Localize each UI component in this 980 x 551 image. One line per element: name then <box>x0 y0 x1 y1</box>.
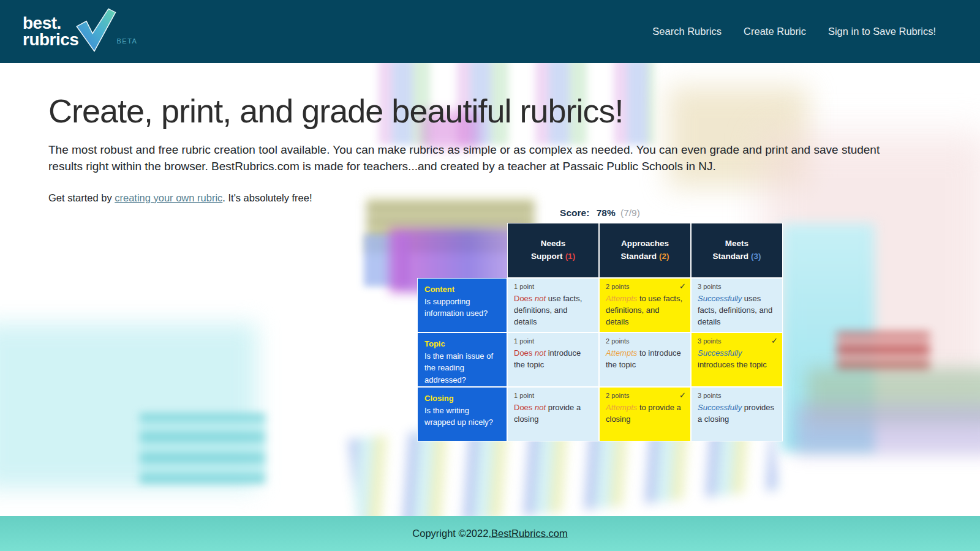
check-icon: ✓ <box>679 390 686 402</box>
hero-section: Create, print, and grade beautiful rubri… <box>0 63 980 516</box>
hero-content: Create, print, and grade beautiful rubri… <box>0 63 980 204</box>
cell-points: 3 points <box>698 391 776 401</box>
score-line: Score: 78% (7/9) <box>417 208 783 219</box>
row-title: Closing <box>424 392 500 405</box>
rubric-cell[interactable]: ✓ 3 points Successfully provides a closi… <box>691 387 783 441</box>
score-value: 78% <box>597 208 616 218</box>
column-title-line2: Support(1) <box>531 250 575 263</box>
rubric-table: Needs Support(1) Approaches Standard(2) … <box>417 223 783 441</box>
rubric-demo: Score: 78% (7/9) Needs Support(1) Approa… <box>417 208 783 441</box>
score-label: Score: <box>560 208 589 218</box>
score-fraction: (7/9) <box>620 208 640 218</box>
cell-description: Does not introduce the topic <box>514 348 592 371</box>
cell-description: Successfully provides a closing <box>698 402 776 425</box>
row-header-topic: Topic Is the main issue of the reading a… <box>417 332 507 387</box>
main-nav: Search Rubrics Create Rubric Sign in to … <box>652 26 936 37</box>
nav-link-create-rubric[interactable]: Create Rubric <box>744 26 806 37</box>
cta-prefix: Get started by <box>48 192 115 203</box>
cell-points: 2 points <box>606 337 684 347</box>
footer-home-link[interactable]: BestRubrics.com <box>491 528 568 539</box>
page-title: Create, print, and grade beautiful rubri… <box>48 92 932 130</box>
nav-link-search-rubrics[interactable]: Search Rubrics <box>652 26 722 37</box>
cell-points: 1 point <box>514 391 592 401</box>
row-question: Is the writing wrapped up nicely? <box>424 405 500 429</box>
column-points-number: (3) <box>751 252 761 261</box>
check-icon: ✓ <box>771 335 778 347</box>
column-header-needs-support: Needs Support(1) <box>507 223 599 278</box>
cell-description: Successfully introduces the topic <box>698 348 776 371</box>
row-header-closing: Closing Is the writing wrapped up nicely… <box>417 387 507 441</box>
cell-description: Successfully uses facts, definitions, an… <box>698 293 776 328</box>
beta-badge: BETA <box>117 37 138 45</box>
rubric-cell[interactable]: ✓ 2 points Attempts to introduce the top… <box>599 332 691 387</box>
copyright-text: Copyright ©2022, <box>412 528 491 539</box>
bg-blur-shape <box>837 332 930 370</box>
bg-blur-shape <box>795 405 980 455</box>
cell-points: 2 points <box>606 391 684 401</box>
navbar: best. rubrics BETA Search Rubrics Create… <box>0 0 980 63</box>
checkmark-logo-icon <box>72 8 116 52</box>
column-title-line1: Meets <box>725 238 748 250</box>
cell-points: 2 points <box>606 282 684 292</box>
column-header-meets-standard: Meets Standard(3) <box>691 223 783 278</box>
cell-points: 3 points <box>698 337 776 347</box>
rubric-cell[interactable]: ✓ 3 points Successfully introduces the t… <box>691 332 783 387</box>
row-title: Content <box>424 283 500 296</box>
brand-line1: best. <box>23 15 78 31</box>
rubric-cell[interactable]: ✓ 1 point Does not provide a closing <box>507 387 599 441</box>
brand-wordmark: best. rubrics <box>23 15 78 47</box>
rubric-corner-empty <box>417 223 507 278</box>
cell-description: Does not use facts, definitions, and det… <box>514 293 592 328</box>
cta-suffix: . It's absolutely free! <box>222 192 312 203</box>
rubric-cell[interactable]: ✓ 3 points Successfully uses facts, defi… <box>691 278 783 332</box>
cell-points: 3 points <box>698 282 776 292</box>
column-title-line1: Approaches <box>621 238 669 250</box>
nav-link-sign-in[interactable]: Sign in to Save Rubrics! <box>828 26 936 37</box>
column-title-line2: Standard(3) <box>712 250 761 263</box>
hero-description: The most robust and free rubric creation… <box>48 142 888 175</box>
column-title-line1: Needs <box>541 238 566 250</box>
brand-line2: rubrics <box>23 32 78 48</box>
cell-description: Attempts to use facts, definitions, and … <box>606 293 684 328</box>
get-started-line: Get started by creating your own rubric.… <box>48 192 932 204</box>
rubric-cell[interactable]: ✓ 1 point Does not use facts, definition… <box>507 278 599 332</box>
column-title-line2: Standard(2) <box>620 250 669 263</box>
cell-description: Attempts to introduce the topic <box>606 348 684 371</box>
check-icon: ✓ <box>679 281 686 293</box>
column-points-number: (2) <box>659 252 669 261</box>
row-title: Topic <box>424 338 500 350</box>
column-points-number: (1) <box>565 252 576 261</box>
cell-description: Does not provide a closing <box>514 402 592 425</box>
brand-logo[interactable]: best. rubrics BETA <box>23 12 116 52</box>
cell-description: Attempts to provide a closing <box>606 402 684 425</box>
row-question: Is the main issue of the reading address… <box>424 350 500 386</box>
rubric-cell[interactable]: ✓ 2 points Attempts to use facts, defini… <box>599 278 691 332</box>
rubric-cell[interactable]: ✓ 1 point Does not introduce the topic <box>507 332 599 387</box>
row-header-content: Content Is supporting information used? <box>417 278 507 332</box>
cell-points: 1 point <box>514 337 592 347</box>
rubric-cell[interactable]: ✓ 2 points Attempts to provide a closing <box>599 387 691 441</box>
footer: Copyright ©2022, BestRubrics.com <box>0 516 980 551</box>
column-header-approaches-standard: Approaches Standard(2) <box>599 223 691 278</box>
bg-blur-shape <box>140 413 265 484</box>
row-question: Is supporting information used? <box>424 296 500 320</box>
create-rubric-link[interactable]: creating your own rubric <box>115 192 222 203</box>
cell-points: 1 point <box>514 282 592 292</box>
